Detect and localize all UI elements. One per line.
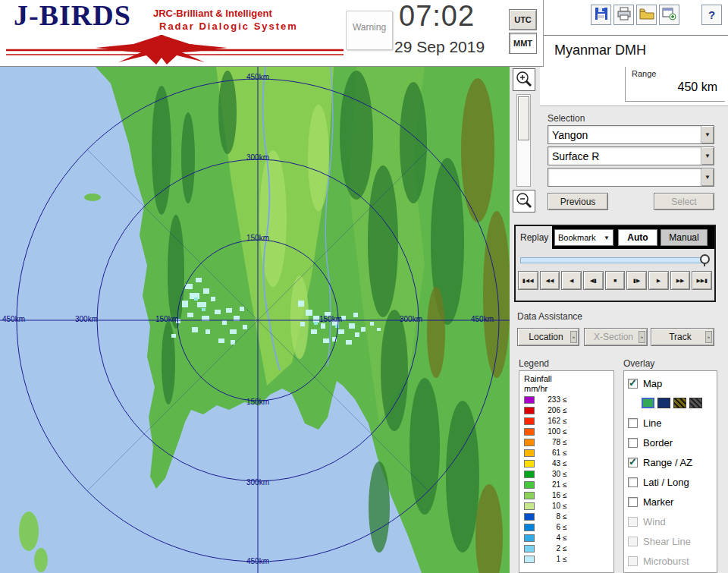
level-select[interactable]: ▼ bbox=[548, 168, 714, 187]
drag-grip-icon[interactable]: » bbox=[639, 331, 645, 343]
location-button-label: Location bbox=[529, 332, 563, 342]
legend-panel: Rainfall mm/hr 233≤ 206≤ 162≤ 100≤ 78≤ 6… bbox=[519, 370, 614, 573]
map-style-navy-swatch[interactable] bbox=[657, 398, 670, 408]
replay-manual-button[interactable]: Manual bbox=[661, 229, 708, 246]
help-button[interactable]: ? bbox=[701, 5, 722, 25]
overlay-item-range-az[interactable]: Range / AZ bbox=[628, 452, 713, 472]
drag-grip-icon[interactable]: » bbox=[705, 331, 712, 343]
playback-to-start-button[interactable]: ▮◀◀ bbox=[518, 271, 538, 290]
header: J-BIRDS JRC-Brilliant & Intelligent Rada… bbox=[0, 0, 728, 67]
chevron-down-icon[interactable]: ▼ bbox=[701, 168, 714, 186]
lte-sign: ≤ bbox=[563, 449, 567, 457]
previous-button[interactable]: Previous bbox=[548, 193, 608, 210]
legend-value: 21 bbox=[541, 480, 560, 489]
legend-value: 206 bbox=[541, 406, 560, 414]
radar-map[interactable]: 450km 300km 150km 150km 300km 450km 450k… bbox=[0, 67, 510, 573]
overlay-item-border[interactable]: Border bbox=[628, 433, 713, 452]
open-folder-button[interactable] bbox=[636, 5, 657, 25]
playback-step-back-button[interactable]: ◀▮ bbox=[583, 271, 604, 290]
legend-row: 16≤ bbox=[524, 490, 609, 500]
zoom-out-button[interactable] bbox=[513, 190, 535, 213]
selection-label: Selection bbox=[548, 113, 585, 124]
checkbox-checked-icon[interactable] bbox=[628, 379, 638, 389]
timezone-mmt-button[interactable]: MMT bbox=[509, 33, 537, 54]
playback-rewind-button[interactable]: ◀◀ bbox=[540, 271, 560, 290]
bookmark-dropdown[interactable]: Bookmark ▼ bbox=[554, 229, 613, 246]
legend-row: 8≤ bbox=[524, 512, 609, 521]
legend-value: 10 bbox=[541, 502, 560, 510]
lte-sign: ≤ bbox=[563, 459, 567, 468]
playback-to-end-button[interactable]: ▶▶▮ bbox=[692, 271, 712, 290]
timezone-utc-button[interactable]: UTC bbox=[509, 9, 537, 30]
folder-icon bbox=[639, 8, 654, 22]
map-style-gray-swatch[interactable] bbox=[689, 398, 702, 408]
replay-slider-track[interactable] bbox=[520, 257, 704, 263]
checkbox-icon[interactable] bbox=[628, 477, 638, 487]
playback-play-button[interactable]: ▶ bbox=[648, 271, 669, 290]
range-box: Range 450 km bbox=[540, 67, 728, 106]
replay-slider-handle[interactable] bbox=[700, 254, 710, 264]
drag-grip-icon[interactable]: » bbox=[570, 331, 577, 343]
zoom-in-button[interactable] bbox=[513, 68, 535, 91]
checkbox-icon[interactable] bbox=[628, 497, 638, 507]
legend-color-swatch bbox=[524, 417, 535, 425]
legend-color-swatch bbox=[524, 407, 535, 414]
save-button[interactable] bbox=[591, 5, 611, 25]
checkbox-checked-icon[interactable] bbox=[628, 458, 638, 468]
legend-value: 8 bbox=[541, 512, 560, 521]
map-style-green-swatch[interactable] bbox=[642, 398, 654, 408]
legend-value: 2 bbox=[541, 544, 560, 553]
print-button[interactable] bbox=[613, 5, 634, 25]
site-select-value: Yangon bbox=[548, 126, 701, 143]
playback-fast-forward-button[interactable]: ▶▶ bbox=[670, 271, 691, 290]
lte-sign: ≤ bbox=[563, 544, 567, 553]
overlay-item-line[interactable]: Line bbox=[628, 413, 713, 433]
legend-row: 30≤ bbox=[524, 469, 609, 479]
overlay-item-wind: Wind bbox=[628, 512, 713, 531]
overlay-panel: Map Line Border Range / AZ bbox=[623, 370, 717, 573]
checkbox-icon[interactable] bbox=[628, 438, 638, 448]
checkbox-icon bbox=[628, 517, 638, 527]
overlay-label: Marker bbox=[643, 496, 673, 508]
zoom-scrollbar-thumb[interactable] bbox=[518, 96, 529, 140]
overlay-item-lati-long[interactable]: Lati / Long bbox=[628, 472, 713, 492]
eagle-logo-icon bbox=[6, 33, 344, 68]
overlay-item-map[interactable]: Map bbox=[628, 373, 713, 393]
map-style-olive-swatch[interactable] bbox=[673, 398, 686, 408]
data-assistance-label: Data Assistance bbox=[517, 311, 582, 322]
playback-step-forward-button[interactable]: ▮▶ bbox=[626, 271, 647, 290]
site-select[interactable]: Yangon ▼ bbox=[548, 125, 714, 144]
legend-unit-line1: Rainfall bbox=[524, 374, 609, 384]
lte-sign: ≤ bbox=[563, 491, 567, 499]
legend-value: 1 bbox=[541, 555, 560, 563]
new-window-icon bbox=[662, 8, 676, 23]
zoom-scrollbar-track[interactable] bbox=[516, 94, 531, 187]
track-button[interactable]: Track » bbox=[651, 328, 714, 346]
overlay-label: Microburst bbox=[643, 556, 689, 567]
legend-value: 233 bbox=[541, 395, 560, 404]
playback-play-back-button[interactable]: ◀ bbox=[561, 271, 582, 290]
location-button[interactable]: Location » bbox=[517, 328, 579, 346]
replay-auto-button[interactable]: Auto bbox=[618, 229, 657, 246]
overlay-label: Lati / Long bbox=[643, 477, 689, 488]
chevron-down-icon[interactable]: ▼ bbox=[701, 147, 714, 165]
overlay-item-marker[interactable]: Marker bbox=[628, 492, 713, 512]
station-title: Myanmar DMH bbox=[544, 35, 728, 67]
new-window-button[interactable] bbox=[659, 5, 679, 25]
replay-slider[interactable] bbox=[520, 254, 710, 266]
overlay-label: Shear Line bbox=[643, 536, 691, 547]
select-button[interactable]: Select bbox=[654, 193, 714, 210]
chevron-down-icon[interactable]: ▼ bbox=[701, 126, 714, 143]
legend-row: 162≤ bbox=[524, 416, 609, 426]
replay-label: Replay bbox=[520, 232, 548, 243]
product-select[interactable]: Surface R ▼ bbox=[548, 146, 714, 165]
warning-button[interactable]: Warning bbox=[346, 11, 393, 50]
legend-color-swatch bbox=[524, 492, 535, 499]
radar-map-graphic bbox=[0, 67, 510, 573]
x-section-button[interactable]: X-Section » bbox=[584, 328, 648, 346]
playback-stop-button[interactable]: ■ bbox=[605, 271, 626, 290]
logo-title: J-BIRDS bbox=[14, 0, 131, 32]
checkbox-icon[interactable] bbox=[628, 418, 638, 428]
legend-color-swatch bbox=[524, 396, 535, 404]
overlay-label: Line bbox=[643, 417, 662, 429]
